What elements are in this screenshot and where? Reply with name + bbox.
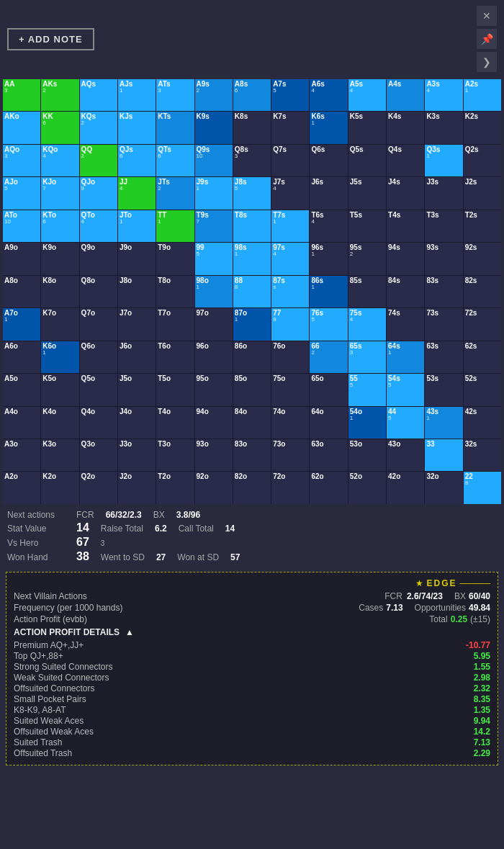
matrix-cell[interactable]: K5s: [348, 112, 386, 143]
pin-button[interactable]: 📌: [477, 29, 497, 49]
matrix-cell[interactable]: 72o: [271, 472, 309, 503]
matrix-cell[interactable]: Q9o: [80, 243, 117, 274]
matrix-cell[interactable]: J7o: [118, 308, 156, 340]
matrix-cell[interactable]: 64o: [310, 407, 347, 439]
matrix-cell[interactable]: A5s 4: [348, 79, 386, 111]
matrix-cell[interactable]: 94o: [195, 407, 233, 439]
matrix-cell[interactable]: QTo 4: [80, 210, 117, 242]
add-note-button[interactable]: + ADD NOTE: [7, 28, 94, 50]
matrix-cell[interactable]: 62o: [310, 472, 347, 503]
matrix-cell[interactable]: Q9s 10: [195, 145, 233, 176]
close-button[interactable]: ✕: [477, 6, 497, 26]
matrix-cell[interactable]: 72s: [464, 308, 501, 340]
matrix-cell[interactable]: 55 5: [348, 374, 386, 405]
matrix-cell[interactable]: A7o 1: [3, 308, 40, 340]
matrix-cell[interactable]: 65o: [310, 374, 347, 405]
matrix-cell[interactable]: AJs 1: [118, 79, 156, 111]
matrix-cell[interactable]: Q4o: [80, 407, 117, 439]
matrix-cell[interactable]: 32s: [464, 439, 501, 471]
matrix-cell[interactable]: T3s: [425, 210, 462, 242]
matrix-cell[interactable]: 95o: [195, 374, 233, 405]
matrix-cell[interactable]: T2s: [464, 210, 501, 242]
matrix-cell[interactable]: 85o: [233, 374, 271, 405]
matrix-cell[interactable]: Q6s: [310, 145, 347, 176]
matrix-cell[interactable]: Q6o: [80, 341, 117, 373]
matrix-cell[interactable]: K3s: [425, 112, 462, 143]
matrix-cell[interactable]: T4o: [156, 407, 194, 439]
matrix-cell[interactable]: K8s: [233, 112, 271, 143]
matrix-cell[interactable]: QTs 6: [156, 145, 194, 176]
matrix-cell[interactable]: 54s 5: [387, 374, 424, 405]
matrix-cell[interactable]: J6o: [118, 341, 156, 373]
matrix-cell[interactable]: 63s: [425, 341, 462, 373]
matrix-cell[interactable]: J8o: [118, 276, 156, 307]
matrix-cell[interactable]: 76s 5: [310, 308, 347, 340]
matrix-cell[interactable]: 53o: [348, 439, 386, 471]
matrix-cell[interactable]: AQo 3: [3, 145, 40, 176]
matrix-cell[interactable]: AKo: [3, 112, 40, 143]
matrix-cell[interactable]: J9s 1: [195, 177, 233, 209]
matrix-cell[interactable]: K4s: [387, 112, 424, 143]
matrix-cell[interactable]: T6o: [156, 341, 194, 373]
matrix-cell[interactable]: KTo 6: [41, 210, 78, 242]
matrix-cell[interactable]: J3o: [118, 439, 156, 471]
matrix-cell[interactable]: 99 5: [195, 243, 233, 274]
matrix-cell[interactable]: 98o 1: [195, 276, 233, 307]
matrix-cell[interactable]: 65s 3: [348, 341, 386, 373]
matrix-cell[interactable]: 32o: [425, 472, 462, 503]
matrix-cell[interactable]: 66 2: [310, 341, 347, 373]
matrix-cell[interactable]: T5s: [348, 210, 386, 242]
matrix-cell[interactable]: K2o: [41, 472, 78, 503]
matrix-cell[interactable]: 73o: [271, 439, 309, 471]
matrix-cell[interactable]: 74s: [387, 308, 424, 340]
matrix-cell[interactable]: K9o: [41, 243, 78, 274]
matrix-cell[interactable]: 54o 1: [348, 407, 386, 439]
matrix-cell[interactable]: 87o 1: [233, 308, 271, 340]
matrix-cell[interactable]: 75o: [271, 374, 309, 405]
matrix-cell[interactable]: KQo 4: [41, 145, 78, 176]
arrow-button[interactable]: ❯: [477, 52, 497, 72]
matrix-cell[interactable]: 86o: [233, 341, 271, 373]
matrix-cell[interactable]: T8s: [233, 210, 271, 242]
matrix-cell[interactable]: TT 1: [156, 210, 194, 242]
matrix-cell[interactable]: 84s: [387, 276, 424, 307]
matrix-cell[interactable]: 82o: [233, 472, 271, 503]
matrix-cell[interactable]: K9s: [195, 112, 233, 143]
matrix-cell[interactable]: 83s: [425, 276, 462, 307]
matrix-cell[interactable]: T7s 1: [271, 210, 309, 242]
matrix-cell[interactable]: 77 8: [271, 308, 309, 340]
matrix-cell[interactable]: T6s 4: [310, 210, 347, 242]
matrix-cell[interactable]: 52o: [348, 472, 386, 503]
matrix-cell[interactable]: J4s: [387, 177, 424, 209]
matrix-cell[interactable]: J8s 5: [233, 177, 271, 209]
matrix-cell[interactable]: T8o: [156, 276, 194, 307]
matrix-cell[interactable]: 88 8: [233, 276, 271, 307]
matrix-cell[interactable]: K6o 1: [41, 341, 78, 373]
matrix-cell[interactable]: T4s: [387, 210, 424, 242]
matrix-cell[interactable]: J5s: [348, 177, 386, 209]
matrix-cell[interactable]: A4o: [3, 407, 40, 439]
matrix-cell[interactable]: A9s 2: [195, 79, 233, 111]
matrix-cell[interactable]: 74o: [271, 407, 309, 439]
matrix-cell[interactable]: A5o: [3, 374, 40, 405]
matrix-cell[interactable]: 43o: [387, 439, 424, 471]
matrix-cell[interactable]: Q2s: [464, 145, 501, 176]
matrix-cell[interactable]: 97o: [195, 308, 233, 340]
matrix-cell[interactable]: AA 3: [3, 79, 40, 111]
matrix-cell[interactable]: A8s 6: [233, 79, 271, 111]
matrix-cell[interactable]: 53s: [425, 374, 462, 405]
matrix-cell[interactable]: T5o: [156, 374, 194, 405]
matrix-cell[interactable]: 73s: [425, 308, 462, 340]
matrix-cell[interactable]: KJs: [118, 112, 156, 143]
matrix-cell[interactable]: J9o: [118, 243, 156, 274]
matrix-cell[interactable]: 86s 1: [310, 276, 347, 307]
matrix-cell[interactable]: 42o: [387, 472, 424, 503]
matrix-cell[interactable]: K6s 1: [310, 112, 347, 143]
matrix-cell[interactable]: A3o: [3, 439, 40, 471]
matrix-cell[interactable]: T7o: [156, 308, 194, 340]
matrix-cell[interactable]: JTs 2: [156, 177, 194, 209]
matrix-cell[interactable]: Q3o: [80, 439, 117, 471]
matrix-cell[interactable]: K2s: [464, 112, 501, 143]
matrix-cell[interactable]: JJ 4: [118, 177, 156, 209]
matrix-cell[interactable]: 52s: [464, 374, 501, 405]
